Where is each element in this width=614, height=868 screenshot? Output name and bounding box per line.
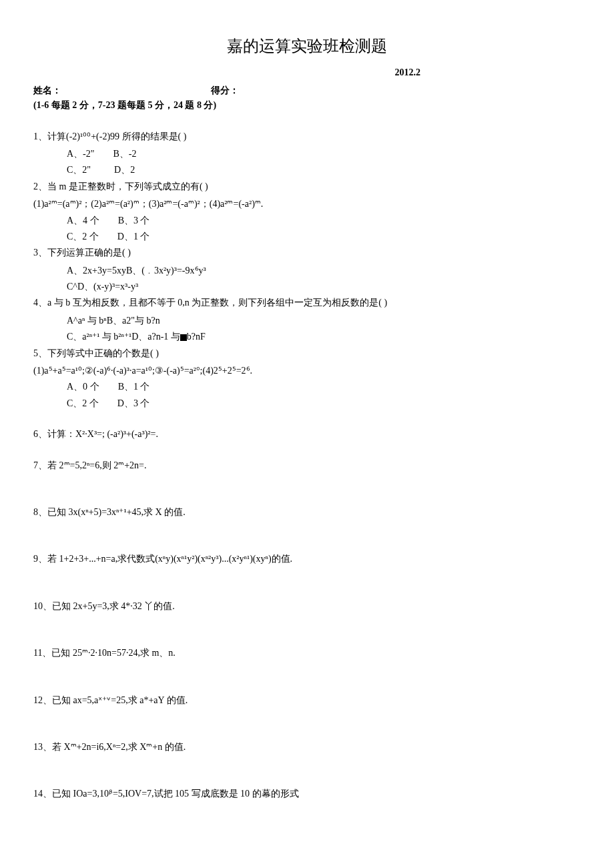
q11: 11、已知 25ᵐ·2·10n=57·24,求 m、n. xyxy=(33,646,581,661)
q10: 10、已知 2x+5y=3,求 4*·32 丫的值. xyxy=(33,599,581,614)
q3-options: A、2x+3y=5xyB、(﹒3x²y)³=-9x⁶y³ C^D、(x-y)³=… xyxy=(33,264,581,295)
q7: 7、若 2ᵐ=5,2ⁿ=6,则 2ᵐ+2n=. xyxy=(33,458,581,473)
q5-stem: 5、下列等式中正确的个数是( ) xyxy=(33,346,581,361)
q2-options: A、4 个 B、3 个 C、2 个 D、1 个 xyxy=(33,213,581,245)
q4-line2-b: b?nF xyxy=(187,332,206,342)
q2-opt-a: A、4 个 xyxy=(67,215,99,226)
q14: 14、已知 IOa=3,10ᵝ=5,IOV=7,试把 105 写成底数是 10 … xyxy=(33,787,581,801)
q1-opt-c: C、2" xyxy=(67,165,91,175)
q4-options: A^aⁿ 与 bⁿB、a2"与 b?n C、a²ⁿ⁺¹ 与 b²ⁿ⁺¹D、a?n… xyxy=(33,314,581,345)
q8: 8、已知 3x(xⁿ+5)=3xⁿ⁺¹+45,求 X 的值. xyxy=(33,505,581,520)
q1-opt-b: B、-2 xyxy=(113,149,137,159)
q3-stem: 3、下列运算正确的是( ) xyxy=(33,246,581,260)
q4-line2: C、a²ⁿ⁺¹ 与 b²ⁿ⁺¹D、a?n-1 与b?nF xyxy=(67,330,581,344)
q1-opt-d: D、2 xyxy=(114,165,135,175)
score-label: 得分： xyxy=(211,83,239,98)
q1-options: A、-2" B、-2 C、2" D、2 xyxy=(33,147,581,178)
q5-opt-b: B、1 个 xyxy=(118,382,150,392)
q3-line1: A、2x+3y=5xyB、(﹒3x²y)³=-9x⁶y³ xyxy=(67,264,581,278)
q2-stem: 2、当 m 是正整数时，下列等式成立的有( ) xyxy=(33,179,581,194)
q2-opt-d: D、1 个 xyxy=(117,232,150,242)
q4-line1: A^aⁿ 与 bⁿB、a2"与 b?n xyxy=(67,314,581,328)
q2-sub: (1)a²ᵐ=(aᵐ)²；(2)a²ᵐ=(a²)ᵐ；(3)a²ᵐ=(-aᵐ)²；… xyxy=(33,197,581,211)
q2-opt-c: C、2 个 xyxy=(67,232,99,242)
q4-line2-a: C、a²ⁿ⁺¹ 与 b²ⁿ⁺¹D、a?n-1 与 xyxy=(67,332,180,342)
q3-line2: C^D、(x-y)³=x³-y³ xyxy=(67,280,581,294)
q5-opt-a: A、0 个 xyxy=(67,382,99,392)
q9: 9、若 1+2+3+...+n=a,求代数式(xⁿy)(xⁿ¹y²)(xⁿ²y³… xyxy=(33,552,581,566)
q5-options: A、0 个 B、1 个 C、2 个 D、3 个 xyxy=(33,380,581,411)
q5-sub: (1)a⁵+a⁵=a¹⁰;②(-a)⁶·(-a)³·a=a¹⁰;③-(-a)⁵=… xyxy=(33,364,581,378)
q5-opt-d: D、3 个 xyxy=(117,398,150,408)
q6: 6、计算：X²·X³=; (-a²)³+(-a³)²=. xyxy=(33,427,581,442)
q5-opt-c: C、2 个 xyxy=(67,398,99,408)
page-title: 嘉的运算实验班检测题 xyxy=(33,33,581,59)
scoring-note: (1-6 每题 2 分，7-23 题每题 5 分，24 题 8 分) xyxy=(33,98,581,113)
q12: 12、已知 ax=5,aˣ⁺ᵛ=25,求 a*+aY 的值. xyxy=(33,693,581,708)
header-row: 姓名： 得分： xyxy=(33,83,581,98)
name-label: 姓名： xyxy=(33,83,61,98)
date: 2012.2 xyxy=(33,65,581,80)
q1-stem: 1、计算(-2)¹⁰⁰+(-2)99 所得的结果是( ) xyxy=(33,129,581,144)
black-square-icon xyxy=(180,334,187,341)
q1-opt-a: A、-2" xyxy=(67,149,95,159)
q13: 13、若 Xᵐ+2n=i6,Xⁿ=2,求 Xᵐ+n 的值. xyxy=(33,740,581,755)
q2-opt-b: B、3 个 xyxy=(118,215,150,226)
q4-stem: 4、a 与 b 互为相反数，且都不等于 0,n 为正整数，则下列各组中一定互为相… xyxy=(33,296,581,310)
